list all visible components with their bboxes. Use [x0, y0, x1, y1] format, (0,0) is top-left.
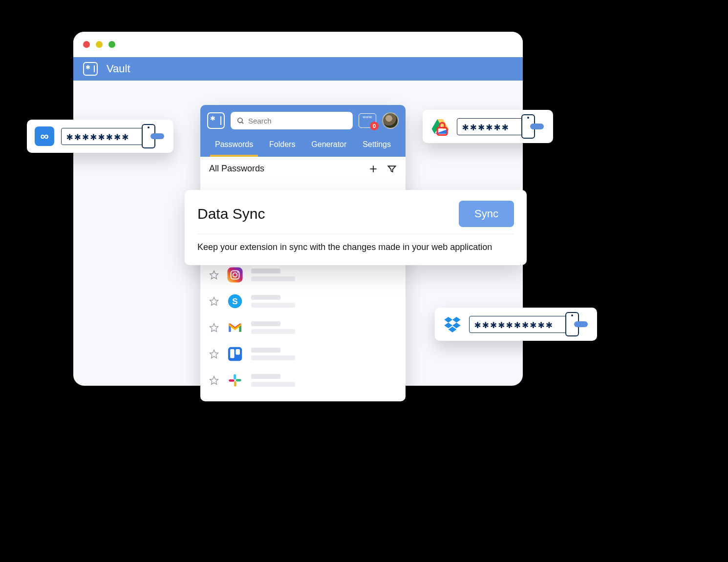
sync-indicator-icon — [530, 124, 544, 129]
favorite-star-icon[interactable] — [209, 323, 219, 333]
dropbox-icon — [443, 314, 462, 334]
password-row-trello[interactable] — [200, 341, 406, 367]
svg-rect-20 — [234, 381, 236, 386]
floating-password-card-right: ✱✱✱✱✱✱ — [423, 110, 553, 143]
window-titlebar — [73, 32, 523, 57]
app-title: Vault — [107, 62, 130, 75]
masked-password: ✱✱✱✱✱✱✱✱✱✱ — [469, 316, 574, 333]
svg-marker-26 — [444, 317, 452, 323]
svg-marker-30 — [449, 327, 457, 333]
svg-marker-9 — [210, 297, 218, 306]
app-bar: Vault — [73, 57, 523, 81]
user-avatar[interactable] — [382, 112, 399, 129]
gmail-icon — [227, 319, 243, 336]
tab-folders[interactable]: Folders — [264, 136, 300, 157]
sync-title: Data Sync — [197, 206, 265, 222]
search-field[interactable] — [231, 112, 353, 129]
skype-icon: S — [227, 293, 243, 310]
add-password-icon[interactable] — [368, 164, 378, 174]
svg-marker-13 — [210, 350, 218, 358]
password-row-gmail[interactable] — [200, 314, 406, 341]
svg-marker-28 — [444, 323, 452, 329]
extension-header: www 0 Passwords Folders Generator Settin… — [200, 105, 406, 157]
masked-value: ✱✱✱✱✱✱ — [462, 121, 510, 133]
favorite-star-icon[interactable] — [209, 349, 219, 359]
traffic-lights — [83, 41, 115, 48]
sync-description: Keep your extension in sync with the cha… — [197, 242, 514, 252]
svg-line-1 — [242, 122, 243, 124]
floating-password-card-left: ∞ ✱✱✱✱✱✱✱✱ — [27, 120, 173, 153]
instagram-icon — [227, 267, 243, 283]
svg-point-8 — [237, 271, 238, 273]
section-title: All Passwords — [209, 164, 264, 174]
google-drive-icon — [430, 117, 450, 136]
svg-rect-18 — [234, 374, 236, 379]
svg-rect-15 — [230, 349, 235, 358]
password-row-instagram[interactable] — [200, 262, 406, 288]
search-icon — [236, 117, 244, 125]
svg-marker-29 — [452, 323, 461, 329]
svg-text:S: S — [232, 297, 237, 306]
favorite-star-icon[interactable] — [209, 296, 219, 306]
section-header-row: All Passwords — [200, 157, 406, 181]
slack-icon — [227, 372, 243, 389]
tab-settings[interactable]: Settings — [358, 136, 396, 157]
favorite-star-icon[interactable] — [209, 375, 219, 385]
masked-password: ✱✱✱✱✱✱ — [457, 118, 530, 135]
infinity-app-icon: ∞ — [35, 126, 54, 146]
www-label: www — [363, 115, 372, 119]
svg-marker-27 — [452, 317, 461, 323]
close-window-icon[interactable] — [83, 41, 90, 48]
password-row-skype[interactable]: S — [200, 288, 406, 314]
svg-rect-19 — [236, 379, 241, 381]
svg-rect-21 — [229, 379, 234, 382]
password-row-slack[interactable] — [200, 367, 406, 394]
masked-value: ✱✱✱✱✱✱✱✱ — [66, 130, 130, 143]
svg-rect-16 — [236, 349, 240, 354]
sync-indicator-icon — [574, 321, 588, 327]
lock-icon — [432, 119, 452, 138]
svg-marker-12 — [210, 324, 218, 332]
vault-logo-icon — [207, 112, 225, 129]
svg-marker-4 — [210, 271, 218, 279]
floating-password-card-bottom: ✱✱✱✱✱✱✱✱✱✱ — [435, 308, 597, 341]
data-sync-card: Data Sync Sync Keep your extension in sy… — [185, 190, 527, 265]
search-input[interactable] — [248, 117, 347, 125]
sync-button[interactable]: Sync — [459, 201, 514, 227]
masked-value: ✱✱✱✱✱✱✱✱✱✱ — [474, 318, 554, 331]
masked-password: ✱✱✱✱✱✱✱✱ — [61, 128, 150, 145]
filter-icon[interactable] — [387, 164, 397, 174]
maximize-window-icon[interactable] — [108, 41, 115, 48]
website-matches-count: 0 — [370, 122, 379, 130]
svg-marker-17 — [210, 376, 218, 385]
favorite-star-icon[interactable] — [209, 270, 219, 280]
svg-rect-5 — [227, 267, 242, 282]
sync-indicator-icon — [150, 133, 164, 139]
svg-point-0 — [238, 118, 242, 123]
extension-tabs: Passwords Folders Generator Settings — [207, 129, 399, 157]
tab-passwords[interactable]: Passwords — [210, 136, 258, 157]
vault-logo-icon — [83, 62, 98, 76]
tab-generator[interactable]: Generator — [306, 136, 351, 157]
trello-icon — [227, 346, 243, 362]
minimize-window-icon[interactable] — [96, 41, 103, 48]
website-matches-icon[interactable]: www 0 — [359, 113, 376, 128]
svg-rect-25 — [437, 127, 447, 135]
